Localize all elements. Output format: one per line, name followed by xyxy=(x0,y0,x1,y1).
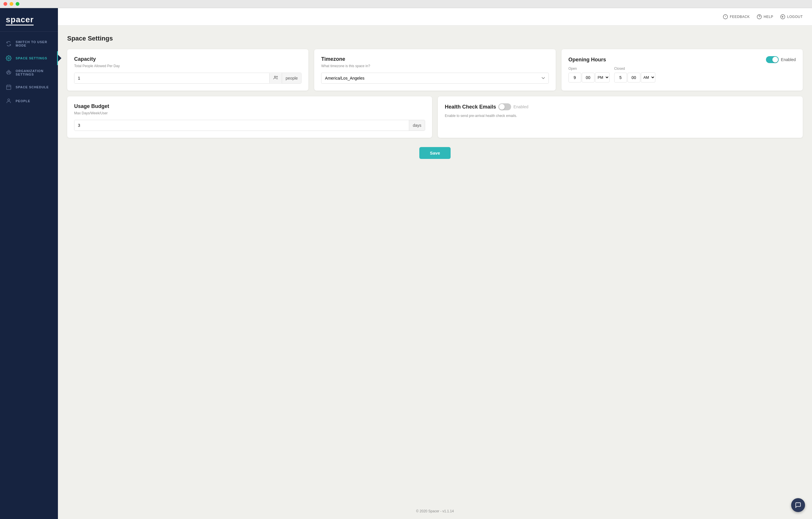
footer-text: © 2020 Spacer - v1.1.14 xyxy=(416,509,454,513)
timezone-select[interactable]: America/Los_Angeles America/New_York Ame… xyxy=(321,73,549,84)
close-time-inputs: AM PM xyxy=(614,72,655,83)
health-check-header: Health Check Emails Enabled xyxy=(445,103,796,110)
svg-rect-1 xyxy=(7,72,8,73)
open-label: Open xyxy=(569,67,610,71)
capacity-subtitle: Total People Allowed Per Day xyxy=(74,64,301,68)
health-check-card: Health Check Emails Enabled Enable to se… xyxy=(438,96,803,138)
sidebar-item-space-settings[interactable]: SPACE SETTINGS xyxy=(0,51,58,65)
timezone-title: Timezone xyxy=(321,56,549,62)
budget-input-row: days xyxy=(74,120,425,131)
logo-text: spacer xyxy=(6,15,34,24)
svg-rect-3 xyxy=(8,70,9,72)
budget-suffix: days xyxy=(409,120,425,130)
org-icon xyxy=(6,70,11,75)
maximize-button[interactable] xyxy=(16,2,20,6)
open-time-group: Open PM AM xyxy=(569,67,610,83)
active-arrow xyxy=(58,55,61,62)
opening-hours-enabled-label: Enabled xyxy=(781,57,796,62)
sidebar-item-switch-user-mode[interactable]: SWITCH TO USER MODE xyxy=(0,36,58,51)
help-action[interactable]: HELP xyxy=(757,14,773,20)
save-button[interactable]: Save xyxy=(419,147,450,159)
footer: © 2020 Spacer - v1.1.14 xyxy=(58,503,812,519)
cards-row-1: Capacity Total People Allowed Per Day xyxy=(67,49,803,91)
logout-icon xyxy=(780,14,785,20)
sidebar-item-label-people: PEOPLE xyxy=(16,99,30,103)
people-icon xyxy=(273,75,278,80)
feedback-icon xyxy=(723,14,728,20)
header: FEEDBACK HELP LOGOUT xyxy=(58,8,812,26)
close-time-group: Closed AM PM xyxy=(614,67,655,83)
app-wrapper: spacer SWITCH TO USER MODE SPACE SETTING… xyxy=(0,0,812,519)
health-check-title: Health Check Emails xyxy=(445,104,496,110)
window-chrome xyxy=(0,0,812,8)
sidebar-item-label-space-schedule: SPACE SCHEDULE xyxy=(16,85,49,89)
svg-point-0 xyxy=(8,58,9,59)
sidebar: spacer SWITCH TO USER MODE SPACE SETTING… xyxy=(0,8,58,519)
health-check-toggle-slider xyxy=(498,103,511,110)
content-area: Space Settings Capacity Total People All… xyxy=(58,26,812,503)
gear-icon xyxy=(6,55,11,61)
sidebar-item-people[interactable]: PEOPLE xyxy=(0,94,58,108)
sidebar-nav: SWITCH TO USER MODE SPACE SETTINGS xyxy=(0,32,58,519)
feedback-action[interactable]: FEEDBACK xyxy=(723,14,750,20)
usage-budget-subtitle: Max Days/Week/User xyxy=(74,111,425,115)
page-title: Space Settings xyxy=(67,35,803,42)
help-label: HELP xyxy=(764,15,773,19)
opening-hours-toggle[interactable] xyxy=(766,56,779,63)
sidebar-item-organization-settings[interactable]: ORGANIZATION SETTINGS xyxy=(0,65,58,80)
refresh-icon xyxy=(6,41,11,47)
capacity-card: Capacity Total People Allowed Per Day xyxy=(67,49,309,91)
capacity-title: Capacity xyxy=(74,56,301,62)
main-content: FEEDBACK HELP LOGOUT Spac xyxy=(58,8,812,519)
svg-rect-8 xyxy=(7,85,11,89)
svg-point-20 xyxy=(274,76,276,78)
close-period-select[interactable]: AM PM xyxy=(641,72,655,83)
opening-hours-card: Opening Hours Enabled Open xyxy=(561,49,803,91)
sidebar-item-label-switch-user-mode: SWITCH TO USER MODE xyxy=(16,40,52,47)
capacity-icon-btn[interactable] xyxy=(269,73,282,83)
svg-point-16 xyxy=(757,14,761,19)
capacity-input[interactable] xyxy=(75,73,269,83)
open-period-select[interactable]: PM AM xyxy=(595,72,610,83)
time-fields: Open PM AM Closed xyxy=(569,67,796,83)
close-minute-input[interactable] xyxy=(628,73,640,83)
health-check-description: Enable to send pre-arrival health check … xyxy=(445,114,796,118)
sidebar-item-space-schedule[interactable]: SPACE SCHEDULE xyxy=(0,80,58,94)
capacity-input-row: people xyxy=(74,73,301,84)
opening-hours-toggle-slider xyxy=(766,56,779,63)
open-minute-input[interactable] xyxy=(582,73,594,83)
logout-label: LOGOUT xyxy=(787,15,803,19)
close-button[interactable] xyxy=(3,2,7,6)
capacity-suffix: people xyxy=(282,73,301,83)
sidebar-logo: spacer xyxy=(0,8,58,32)
open-time-inputs: PM AM xyxy=(569,72,610,83)
health-check-enabled-label: Enabled xyxy=(514,104,528,109)
svg-rect-2 xyxy=(9,72,11,73)
timezone-subtitle: What timezone is this space in? xyxy=(321,64,549,68)
save-row: Save xyxy=(67,147,803,159)
opening-hours-header: Opening Hours Enabled xyxy=(569,56,796,63)
chat-button[interactable] xyxy=(791,498,805,512)
close-hour-input[interactable] xyxy=(614,73,627,83)
closed-label: Closed xyxy=(614,67,655,71)
health-check-toggle[interactable] xyxy=(498,103,511,110)
sidebar-item-label-org-settings: ORGANIZATION SETTINGS xyxy=(16,69,52,76)
health-check-toggle-row: Enabled xyxy=(498,103,528,110)
budget-input[interactable] xyxy=(75,120,409,130)
person-icon xyxy=(6,98,11,104)
logout-action[interactable]: LOGOUT xyxy=(780,14,803,20)
opening-hours-toggle-row: Enabled xyxy=(766,56,796,63)
sidebar-item-label-space-settings: SPACE SETTINGS xyxy=(16,56,47,60)
svg-point-21 xyxy=(277,76,278,77)
opening-hours-title: Opening Hours xyxy=(569,57,606,63)
cards-row-2: Usage Budget Max Days/Week/User days Hea… xyxy=(67,96,803,138)
usage-budget-title: Usage Budget xyxy=(74,103,425,110)
timezone-card: Timezone What timezone is this space in?… xyxy=(314,49,555,91)
help-icon xyxy=(757,14,762,20)
svg-point-12 xyxy=(8,99,10,101)
feedback-label: FEEDBACK xyxy=(730,15,750,19)
calendar-icon xyxy=(6,84,11,90)
usage-budget-card: Usage Budget Max Days/Week/User days xyxy=(67,96,432,138)
minimize-button[interactable] xyxy=(9,2,13,6)
open-hour-input[interactable] xyxy=(569,73,581,83)
